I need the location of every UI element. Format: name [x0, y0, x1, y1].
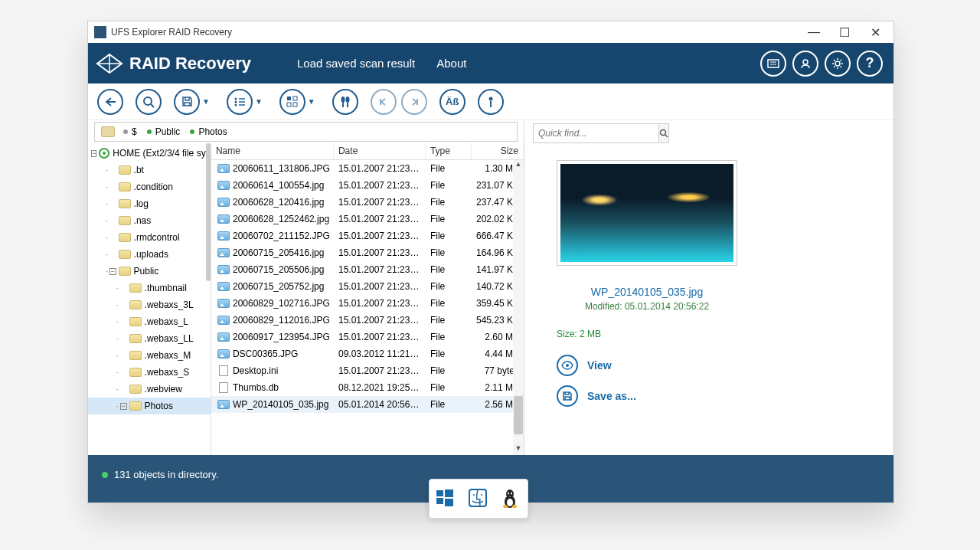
folder-icon: [129, 317, 142, 326]
back-button[interactable]: [97, 89, 123, 115]
col-name[interactable]: Name: [211, 143, 334, 159]
scroll-up-icon[interactable]: ▲: [514, 160, 523, 171]
list-view-button[interactable]: [227, 89, 253, 115]
table-row[interactable]: 20060611_131806.JPG15.01.2007 21:23:03Fi…: [211, 160, 524, 177]
svg-rect-41: [436, 498, 443, 504]
file-date: 15.01.2007 21:23:20: [334, 315, 426, 326]
prev-button[interactable]: [371, 89, 397, 115]
tree-item[interactable]: ··.webaxs_S: [88, 364, 211, 381]
menu-about[interactable]: About: [436, 57, 466, 70]
preview-size: Size: 2 MB: [557, 329, 601, 339]
text-size-button[interactable]: Äß: [439, 89, 466, 115]
tree-item[interactable]: ··.uploads: [88, 246, 211, 263]
tree-item[interactable]: ··−Public: [88, 263, 211, 280]
file-name: WP_20140105_035.jpg: [233, 399, 328, 410]
quickfind-button[interactable]: [659, 123, 669, 143]
table-row[interactable]: 20060715_205752.jpg15.01.2007 21:23:19Fi…: [211, 278, 524, 295]
tree-item[interactable]: ··.bt: [88, 162, 211, 178]
tree-item[interactable]: ··.nas: [88, 212, 211, 229]
save-icon: [557, 385, 578, 407]
folder-tree[interactable]: − HOME (Ext2/3/4 file system) ··.bt··.co…: [88, 143, 211, 455]
collapse-icon[interactable]: −: [109, 268, 116, 275]
windows-icon[interactable]: [435, 488, 456, 509]
view-dropdown-icon[interactable]: ▼: [255, 97, 263, 106]
view-button[interactable]: View: [557, 355, 612, 376]
menu-load-result[interactable]: Load saved scan result: [297, 57, 415, 70]
table-row[interactable]: WP_20140105_035.jpg05.01.2014 20:56:22Fi…: [211, 396, 524, 413]
titlebar: UFS Explorer RAID Recovery — ☐ ✕: [88, 21, 893, 43]
file-type: File: [426, 399, 472, 410]
col-size[interactable]: Size: [472, 143, 524, 159]
scroll-thumb[interactable]: [514, 396, 523, 434]
table-row[interactable]: 20060829_102716.JPG15.01.2007 21:23:20Fi…: [211, 295, 524, 312]
table-row[interactable]: 20060715_205506.jpg15.01.2007 21:23:19Fi…: [211, 261, 524, 278]
col-type[interactable]: Type: [426, 143, 472, 159]
tree-item[interactable]: ··.log: [88, 195, 211, 212]
collapse-icon[interactable]: −: [91, 150, 96, 157]
tree-item[interactable]: ··.webaxs_LL: [88, 330, 211, 347]
search-button[interactable]: [136, 89, 162, 115]
image-file-icon: [217, 231, 230, 241]
table-row[interactable]: DSC00365.JPG09.03.2012 11:21:24File4.44 …: [211, 345, 524, 362]
table-row[interactable]: 20060715_205416.jpg15.01.2007 21:23:19Fi…: [211, 244, 524, 261]
select-all-button[interactable]: [279, 89, 305, 115]
tree-item[interactable]: ··.thumbnail: [88, 280, 211, 296]
svg-line-14: [834, 66, 835, 67]
save-button[interactable]: [174, 89, 200, 115]
preview-filename: WP_20140105_035.jpg: [591, 286, 703, 298]
tree-item[interactable]: ··.condition: [88, 178, 211, 195]
header-help-icon[interactable]: ?: [857, 51, 883, 77]
folder-icon: [119, 216, 131, 225]
tree-item[interactable]: ··−Photos: [88, 398, 211, 414]
mac-finder-icon[interactable]: [468, 488, 489, 509]
image-file-icon: [217, 299, 230, 308]
maximize-button[interactable]: ☐: [829, 25, 860, 40]
table-row[interactable]: 20060628_1252462.jpg15.01.2007 21:23:18F…: [211, 211, 524, 228]
tree-guide: ··: [116, 368, 119, 377]
header-news-icon[interactable]: [760, 51, 786, 77]
folder-icon: [119, 199, 131, 208]
table-row[interactable]: 20060917_123954.JPG15.01.2007 21:23:23Fi…: [211, 329, 524, 345]
table-row[interactable]: 20060628_120416.jpg15.01.2007 21:23:02Fi…: [211, 194, 524, 211]
find-button[interactable]: [332, 89, 358, 115]
tree-guide: ··: [116, 318, 119, 326]
header-settings-icon[interactable]: [825, 51, 851, 77]
tree-label: .webaxs_L: [145, 316, 188, 327]
tree-item[interactable]: ··.webview: [88, 381, 211, 398]
collapse-icon[interactable]: −: [120, 403, 127, 410]
svg-point-36: [566, 364, 569, 367]
file-name: 20060702_211152.JPG: [233, 231, 330, 241]
folder-icon: [129, 401, 142, 411]
tree-root[interactable]: − HOME (Ext2/3/4 file system): [88, 145, 211, 162]
table-row[interactable]: Thumbs.db08.12.2021 19:25:54File2.11 MB: [211, 379, 524, 396]
table-row[interactable]: 20060702_211152.JPG15.01.2007 21:23:19Fi…: [211, 228, 524, 244]
table-row[interactable]: 20060829_112016.JPG15.01.2007 21:23:20Fi…: [211, 312, 524, 329]
linux-icon[interactable]: [501, 488, 522, 509]
tree-item[interactable]: ··.webaxs_M: [88, 347, 211, 364]
next-button[interactable]: [401, 89, 427, 115]
list-scrollbar[interactable]: ▲ ▼: [513, 160, 524, 455]
list-header: Name Date Type Size: [211, 143, 524, 160]
quickfind-input[interactable]: [533, 123, 659, 143]
person-button[interactable]: [478, 89, 504, 115]
tree-item[interactable]: ··.rmdcontrol: [88, 229, 211, 246]
tree-item[interactable]: ··.webaxs_3L: [88, 296, 211, 313]
folder-icon: [119, 165, 131, 175]
brand-icon: [94, 50, 125, 77]
scroll-down-icon[interactable]: ▼: [514, 444, 523, 455]
save-dropdown-icon[interactable]: ▼: [202, 97, 210, 106]
file-type: File: [426, 163, 472, 174]
save-as-button[interactable]: Save as...: [557, 385, 636, 407]
tree-item[interactable]: ··.webaxs_L: [88, 313, 211, 330]
file-type: File: [426, 231, 472, 241]
close-button[interactable]: ✕: [860, 25, 890, 40]
select-dropdown-icon[interactable]: ▼: [308, 97, 315, 106]
dot-icon: [123, 129, 128, 134]
minimize-button[interactable]: —: [799, 25, 829, 40]
breadcrumb[interactable]: $ Public Photos: [94, 122, 518, 142]
tree-scrollbar[interactable]: [206, 143, 211, 281]
table-row[interactable]: 20060614_100554.jpg15.01.2007 21:23:04Fi…: [211, 177, 524, 194]
header-user-icon[interactable]: [792, 51, 818, 77]
col-date[interactable]: Date: [334, 143, 426, 159]
table-row[interactable]: Desktop.ini15.01.2007 21:23:23File77 byt…: [211, 362, 524, 379]
